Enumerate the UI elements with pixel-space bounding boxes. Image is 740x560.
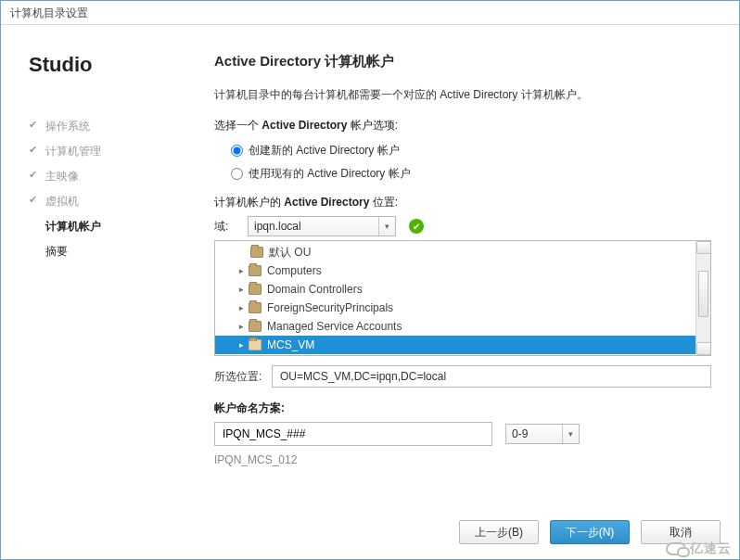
ou-tree[interactable]: ▸ 默认 OU ▸ Computers ▸ Domain Controllers: [214, 240, 711, 356]
titlebar: 计算机目录设置: [1, 1, 739, 25]
selected-location-value: OU=MCS_VM,DC=ipqn,DC=local: [272, 365, 711, 388]
radio-create-input[interactable]: [231, 145, 243, 157]
folder-icon: [249, 339, 262, 350]
tree-row[interactable]: ▸ 默认 OU: [215, 243, 710, 261]
naming-scheme-example: IPQN_MCS_012: [214, 453, 711, 466]
sidebar: Studio 操作系统 计算机管理 主映像 虚拟机 计算机帐户 摘要: [1, 25, 186, 524]
scroll-up-icon[interactable]: ▴: [696, 241, 711, 254]
back-button[interactable]: 上一步(B): [459, 520, 539, 544]
expand-icon[interactable]: ▸: [236, 303, 247, 312]
account-option-group: 创建新的 Active Directory 帐户 使用现有的 Active Di…: [231, 139, 711, 185]
naming-scheme-label: 帐户命名方案:: [214, 401, 711, 416]
step-vm: 虚拟机: [29, 189, 168, 214]
tree-row[interactable]: ▸ Domain Controllers: [215, 280, 710, 299]
expand-icon[interactable]: ▸: [236, 285, 247, 294]
wizard-body: Studio 操作系统 计算机管理 主映像 虚拟机 计算机帐户 摘要 Activ…: [1, 25, 739, 524]
folder-icon: [249, 302, 262, 313]
tree-row[interactable]: ▸ Computers: [215, 261, 710, 280]
selected-location-label: 所选位置:: [214, 369, 272, 385]
ad-location-label: 计算机帐户的 Active Directory 位置:: [214, 195, 711, 210]
window-title: 计算机目录设置: [10, 6, 88, 19]
tree-row[interactable]: ▸ ForeignSecurityPrincipals: [215, 299, 710, 317]
page-heading: Active Directory 计算机帐户: [214, 53, 711, 70]
radio-use-existing[interactable]: 使用现有的 Active Directory 帐户: [231, 162, 711, 185]
expand-icon[interactable]: ▸: [236, 340, 247, 350]
scroll-thumb[interactable]: [698, 271, 708, 317]
step-machine-mgmt: 计算机管理: [29, 139, 168, 164]
brand-title: Studio: [29, 53, 168, 77]
watermark: 亿速云: [666, 541, 732, 557]
folder-icon: [249, 284, 262, 295]
naming-scheme-input[interactable]: [214, 422, 492, 446]
domain-label: 域:: [214, 219, 248, 235]
step-summary: 摘要: [29, 239, 168, 264]
scrollbar[interactable]: ▴ ▾: [695, 241, 710, 355]
chevron-down-icon: ▾: [378, 217, 395, 235]
expand-icon[interactable]: ▸: [236, 322, 247, 331]
tree-row-selected[interactable]: ▸ MCS_VM: [215, 336, 710, 354]
radio-create-new[interactable]: 创建新的 Active Directory 帐户: [231, 139, 711, 162]
folder-icon: [249, 321, 262, 332]
wizard-window: 计算机目录设置 Studio 操作系统 计算机管理 主映像 虚拟机 计算机帐户 …: [0, 0, 740, 560]
step-master-image: 主映像: [29, 164, 168, 189]
domain-select[interactable]: ipqn.local ▾: [248, 216, 396, 236]
main-panel: Active Directory 计算机帐户 计算机目录中的每台计算机都需要一个…: [186, 25, 739, 524]
step-computer-accounts: 计算机帐户: [29, 214, 168, 239]
folder-icon: [249, 265, 262, 276]
step-os: 操作系统: [29, 114, 168, 139]
naming-scheme-row: 0-9 ▾: [214, 422, 711, 446]
watermark-logo-icon: [666, 542, 686, 555]
radio-use-input[interactable]: [231, 168, 243, 180]
tree-row[interactable]: ▸ Managed Service Accounts: [215, 317, 710, 336]
next-button[interactable]: 下一步(N): [550, 520, 630, 544]
account-option-label: 选择一个 Active Directory 帐户选项:: [214, 118, 711, 134]
chevron-down-icon: ▾: [562, 425, 579, 443]
scheme-range-select[interactable]: 0-9 ▾: [505, 424, 580, 444]
page-description: 计算机目录中的每台计算机都需要一个对应的 Active Directory 计算…: [214, 87, 711, 103]
expand-icon[interactable]: ▸: [236, 266, 247, 275]
selected-location-row: 所选位置: OU=MCS_VM,DC=ipqn,DC=local: [214, 365, 711, 388]
scroll-down-icon[interactable]: ▾: [696, 342, 711, 355]
domain-value: ipqn.local: [254, 220, 301, 233]
domain-row: 域: ipqn.local ▾ ✔: [214, 216, 711, 236]
check-ok-icon: ✔: [409, 219, 424, 234]
folder-icon: [250, 247, 263, 258]
